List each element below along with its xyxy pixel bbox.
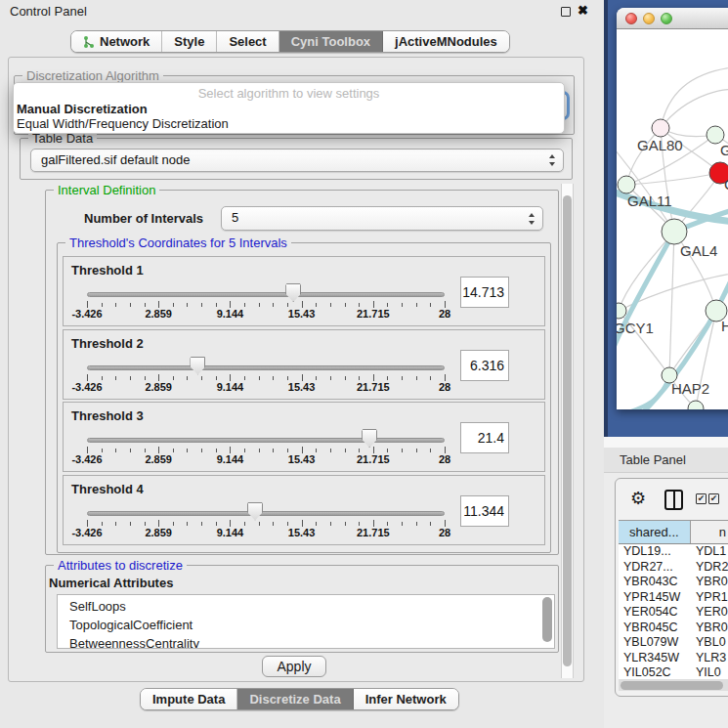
threshold-value-field[interactable] [460, 422, 509, 453]
network-node-gal11[interactable] [618, 176, 635, 193]
table-panel-gap [604, 437, 728, 448]
popup-item[interactable]: Manual Discretization [14, 102, 564, 117]
column-header-shared-name[interactable]: shared... [619, 521, 691, 543]
slider-thumb[interactable] [190, 357, 205, 375]
minor-tick [316, 522, 317, 526]
tab-label: Select [229, 34, 266, 49]
cell-shared-name: YDL19... [619, 544, 692, 560]
apply-button[interactable]: Apply [262, 656, 326, 677]
threshold-value-field[interactable] [460, 277, 509, 308]
tick-label: 28 [439, 308, 450, 320]
slider-track[interactable] [87, 292, 445, 297]
tick-label: 9.144 [217, 308, 244, 320]
column-layout-icon[interactable] [664, 490, 683, 510]
network-edge[interactable] [661, 66, 728, 128]
tick-label: 28 [439, 453, 450, 465]
slider-track[interactable] [87, 438, 445, 443]
minor-tick [387, 522, 388, 526]
table-row[interactable]: YPR145WYPR1 [619, 590, 728, 606]
bottom-tab-bar: Impute DataDiscretize DataInfer Network [140, 688, 459, 710]
tab-label: Network [100, 34, 150, 49]
threshold-value-field[interactable] [460, 495, 509, 527]
table-row[interactable]: YBL079WYBL0 [619, 635, 728, 651]
slider-track[interactable] [87, 511, 445, 516]
threshold-value-field[interactable] [460, 350, 509, 381]
major-tick [373, 447, 374, 453]
minor-tick [173, 376, 174, 380]
close-panel-icon[interactable]: ✖ [578, 3, 588, 18]
cell-shared-name: YBL079W [619, 635, 692, 651]
network-node-gal4[interactable] [662, 219, 687, 244]
network-edge[interactable] [661, 89, 728, 128]
minor-tick [330, 303, 331, 307]
popup-placeholder: Select algorithm to view settings [14, 86, 564, 102]
node-label: GCY1 [617, 320, 654, 336]
slider-track[interactable] [87, 365, 445, 370]
minor-tick [402, 449, 403, 452]
minor-tick [273, 376, 274, 380]
tick-label: 2.859 [145, 308, 172, 320]
tab-infer-network[interactable]: Infer Network [354, 689, 458, 709]
minor-tick [273, 303, 274, 307]
slider-thumb[interactable] [247, 502, 263, 521]
slider-thumb[interactable] [362, 429, 377, 448]
network-edge-thick[interactable] [617, 375, 669, 409]
control-panel-scrollbar-thumb[interactable] [563, 195, 572, 666]
close-window-icon[interactable] [625, 13, 637, 24]
tab-jactivemnodules[interactable]: jActiveMNodules [383, 31, 509, 52]
major-tick [158, 374, 159, 381]
major-tick [445, 301, 446, 308]
tab-select[interactable]: Select [217, 31, 278, 52]
minimize-window-icon[interactable] [643, 13, 655, 24]
slider-thumb[interactable] [285, 283, 301, 302]
table-data-combo[interactable]: galFiltered.sif default node [30, 149, 564, 172]
gear-icon[interactable]: ⚙ [630, 490, 646, 507]
tab-impute-data[interactable]: Impute Data [141, 689, 237, 709]
table-row[interactable]: YLR345WYLR3 [619, 651, 728, 666]
num-intervals-value: 5 [232, 210, 238, 225]
tab-discretize-data[interactable]: Discretize Data [237, 689, 353, 709]
float-panel-icon[interactable] [561, 7, 571, 17]
network-canvas[interactable]: GAL80GCGAL11GAL4GCY1HHAP2 [617, 29, 728, 409]
node-label: GAL4 [680, 242, 717, 259]
table-row[interactable]: YER054CYER0 [619, 605, 728, 621]
zoom-window-icon[interactable] [661, 13, 672, 24]
numerical-attributes-list[interactable]: SelfLoopsTopologicalCoefficientBetweenne… [57, 594, 555, 649]
network-node-gcy1[interactable] [617, 303, 626, 319]
network-window-titlebar[interactable] [617, 8, 728, 29]
attribute-list-item[interactable]: BetweennessCentrality [58, 634, 554, 649]
table-hscrollbar-track[interactable] [619, 679, 728, 691]
table-row[interactable]: YBR043CYBR0 [619, 575, 728, 590]
checkbox-icon[interactable]: ✔ [708, 493, 719, 504]
attribute-list-item[interactable]: TopologicalCoefficient [58, 616, 554, 634]
table-hscrollbar-thumb[interactable] [621, 681, 723, 690]
tab-cyni-toolbox[interactable]: Cyni Toolbox [279, 31, 383, 52]
table-row[interactable]: YDR27...YDR2 [619, 560, 728, 576]
table-panel-title: Table Panel [620, 452, 686, 467]
minor-tick [273, 449, 274, 452]
minor-tick [201, 449, 202, 452]
column-header-name[interactable]: n [691, 521, 728, 543]
minor-tick [102, 449, 103, 452]
tab-style[interactable]: Style [162, 31, 217, 52]
num-intervals-combo[interactable]: 5 [221, 206, 543, 231]
table-row[interactable]: YDL19...YDL1 [619, 544, 728, 560]
minor-tick [287, 522, 288, 526]
checkbox-icon[interactable]: ✔ [696, 493, 707, 504]
minor-tick [330, 449, 331, 452]
major-tick [158, 301, 159, 308]
network-view-window: GAL80GCGAL11GAL4GCY1HHAP2 [617, 8, 728, 409]
attribute-list-item[interactable]: SelfLoops [58, 597, 554, 616]
minor-tick [287, 303, 288, 307]
major-tick [87, 374, 88, 381]
popup-item[interactable]: Equal Width/Frequency Discretization [14, 116, 564, 132]
table-row[interactable]: YBR045CYBR0 [619, 621, 728, 636]
minor-tick [287, 376, 288, 380]
table-row[interactable]: YIL052CYIL0 [619, 665, 728, 679]
network-node-gal80[interactable] [652, 119, 669, 137]
major-tick [230, 374, 231, 381]
list-scrollbar[interactable] [542, 597, 552, 642]
network-edge[interactable] [669, 232, 674, 375]
tab-network[interactable]: Network [71, 31, 162, 52]
tick-label: -3.426 [71, 527, 102, 538]
